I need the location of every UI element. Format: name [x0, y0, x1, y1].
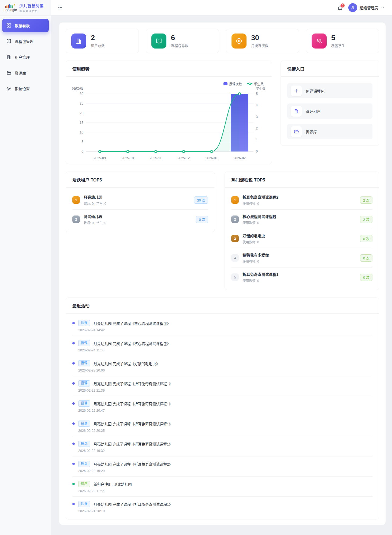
activity-text: 月亮幼儿园 完成了课程《折耳兔奇奇测试课程2》 — [94, 461, 173, 467]
rank-item-name: 折耳兔奇奇测试课程1 — [242, 272, 278, 277]
svg-text:3: 3 — [256, 115, 258, 119]
activity-time: 2026-02-24 14:42 — [78, 328, 372, 332]
quick-entry-label: 创建课程包 — [306, 88, 324, 94]
activity-time: 2026-02-24 11:06 — [78, 348, 372, 352]
svg-text:30: 30 — [80, 92, 84, 96]
sidebar-item-dashboard[interactable]: 数据看板 — [2, 19, 49, 32]
rank-item-name: 月亮幼儿园 — [84, 194, 106, 200]
collapse-sidebar-icon[interactable] — [57, 5, 64, 11]
rank-list-item: 5 折耳兔奇奇测试课程1 使用教师: 0 0 次 — [231, 268, 372, 287]
svg-text:4: 4 — [256, 103, 258, 107]
sidebar-item-book[interactable]: 课程包管理 — [2, 35, 49, 48]
recent-activity-title: 最近活动 — [66, 298, 379, 314]
activity-time: 2026-02-22 11:56 — [78, 489, 372, 493]
activity-text: 月亮幼儿园 完成了课程《折耳兔奇奇测试课程1》 — [94, 501, 173, 507]
user-name: 超级管理员 — [360, 5, 378, 10]
quick-entry-label: 资源库 — [306, 129, 317, 134]
trend-chart-svg: 051015202530012345授课次数学生数2025-092025-102… — [72, 86, 265, 162]
quick-entry-folder[interactable]: 资源库 — [287, 124, 372, 139]
activity-item: 授课 月亮幼儿园 完成了课程《折耳兔奇奇测试课程1》 2026-02-22 20… — [72, 416, 372, 436]
activity-tag: 授课 — [78, 421, 90, 427]
rank-badge: 2 — [231, 216, 239, 223]
activity-text: 月亮幼儿园 完成了课程《折耳兔奇奇测试课程1》 — [94, 401, 173, 406]
stat-value: 2 — [91, 34, 105, 42]
activity-time: 2026-02-22 20:47 — [78, 409, 372, 413]
activity-dot — [72, 362, 75, 365]
play-icon — [232, 34, 247, 49]
sidebar-item-folder[interactable]: 资源库 — [2, 66, 49, 80]
activity-dot — [72, 402, 75, 405]
svg-text:25: 25 — [80, 102, 84, 105]
usage-count-badge: 0 次 — [360, 274, 372, 281]
legend-item[interactable]: 授课次数 — [223, 81, 242, 86]
activity-item: 授课 月亮幼儿园 完成了课程《折耳兔奇奇测试课程1》 2026-02-21 20… — [72, 497, 372, 517]
rank-item-name: 折耳兔奇奇测试课程2 — [242, 194, 278, 200]
stat-value: 5 — [331, 34, 345, 42]
stat-label: 课程包总数 — [171, 43, 188, 48]
users-icon — [312, 34, 327, 49]
activity-tag: 授课 — [78, 320, 90, 326]
top-header: 5 超级管理员 — [51, 0, 392, 16]
activity-time: 2026-02-23 20:06 — [78, 369, 372, 372]
activity-tag: 授课 — [78, 461, 90, 467]
sidebar-item-gear[interactable]: 系统设置 — [2, 82, 49, 95]
building-icon — [291, 106, 302, 117]
app-subtitle: 服务管理后台 — [19, 9, 43, 13]
recent-activity-card: 最近活动 授课 月亮幼儿园 完成了课程《核心流程测试课程包》 2026-02-2… — [66, 298, 379, 519]
quick-entry-building[interactable]: 管理租户 — [287, 103, 372, 119]
quick-entry-card: 快捷入口 创建课程包 管理租户 资源库 — [281, 61, 379, 146]
active-tenants-card: 活跃租户 TOP5 1 月亮幼儿园 教师: 0 | 学生: 0 30 次 2 测… — [66, 172, 215, 232]
rank-badge: 3 — [231, 235, 239, 242]
usage-trend-chart: 授课次数学生数 051015202530012345授课次数学生数2025-09… — [66, 77, 272, 164]
activity-dot — [72, 503, 75, 505]
app-title: 少儿智慧阅读 — [19, 3, 43, 8]
activity-text: 月亮幼儿园 完成了课程《折耳兔奇奇测试课程1》 — [94, 441, 173, 447]
svg-text:2025-12: 2025-12 — [177, 156, 190, 160]
rank-item-meta: 使用教师: 0 — [242, 278, 278, 283]
activity-dot — [72, 463, 75, 465]
svg-text:学生数: 学生数 — [256, 87, 265, 91]
usage-count-badge: 0 次 — [196, 216, 208, 223]
rank-list-item: 3 好饿的毛毛虫 使用教师: 0 0 次 — [231, 229, 372, 248]
user-menu[interactable]: 超级管理员 — [348, 3, 384, 12]
svg-text:10: 10 — [80, 131, 84, 134]
activity-tag: 授课 — [78, 340, 90, 346]
sidebar-item-building[interactable]: 租户管理 — [2, 50, 49, 64]
logo-text: LeSingle — [3, 8, 17, 12]
usage-count-badge: 30 次 — [194, 196, 208, 204]
activity-tag: 授课 — [78, 380, 90, 387]
activity-dot — [72, 342, 75, 344]
activity-tag: 租户 — [78, 481, 90, 487]
rank-badge: 2 — [72, 216, 80, 223]
activity-item: 授课 月亮幼儿园 完成了课程《折耳兔奇奇测试课程1》 2026-02-22 19… — [72, 436, 372, 456]
activity-dot — [72, 382, 75, 385]
usage-count-badge: 2 次 — [360, 196, 372, 204]
stat-label: 租户总数 — [91, 43, 105, 48]
quick-entry-plus[interactable]: 创建课程包 — [287, 83, 372, 98]
stat-card: 2 租户总数 — [66, 29, 139, 53]
rank-list-item: 1 折耳兔奇奇测试课程2 使用教师: 0 2 次 — [231, 190, 372, 210]
activity-dot — [72, 322, 75, 324]
activity-time: 2026-02-22 15:29 — [78, 469, 372, 473]
avatar — [348, 3, 357, 12]
rank-badge: 4 — [231, 254, 239, 262]
svg-text:2026-02: 2026-02 — [233, 156, 246, 160]
book-icon — [151, 34, 166, 49]
activity-tag: 授课 — [78, 360, 90, 366]
bar-legend-swatch — [223, 82, 227, 85]
rank-item-name: 核心流程测试课程包 — [242, 214, 276, 219]
logo: LeSingle 少儿智慧阅读 服务管理后台 — [0, 0, 51, 16]
notifications-button[interactable]: 5 — [337, 5, 344, 11]
rank-list-item: 2 测试幼儿园 教师: 0 | 学生: 0 0 次 — [72, 210, 208, 229]
svg-text:5: 5 — [256, 92, 258, 96]
svg-text:0: 0 — [81, 150, 83, 153]
legend-item[interactable]: 学生数 — [247, 81, 264, 86]
activity-item: 授课 月亮幼儿园 完成了课程《核心流程测试课程包》 2026-02-24 14:… — [72, 316, 372, 336]
activity-item: 授课 月亮幼儿园 完成了课程《折耳兔奇奇测试课程1》 2026-02-22 20… — [72, 396, 372, 416]
book-icon — [6, 39, 12, 44]
svg-text:5: 5 — [81, 140, 83, 144]
dashboard-icon — [6, 23, 12, 28]
activity-item: 授课 月亮幼儿园 完成了课程《折耳兔奇奇测试课程1》 2026-02-22 21… — [72, 376, 372, 396]
activity-text: 月亮幼儿园 完成了课程《折耳兔奇奇测试课程1》 — [94, 381, 173, 386]
rank-badge: 5 — [231, 273, 239, 281]
